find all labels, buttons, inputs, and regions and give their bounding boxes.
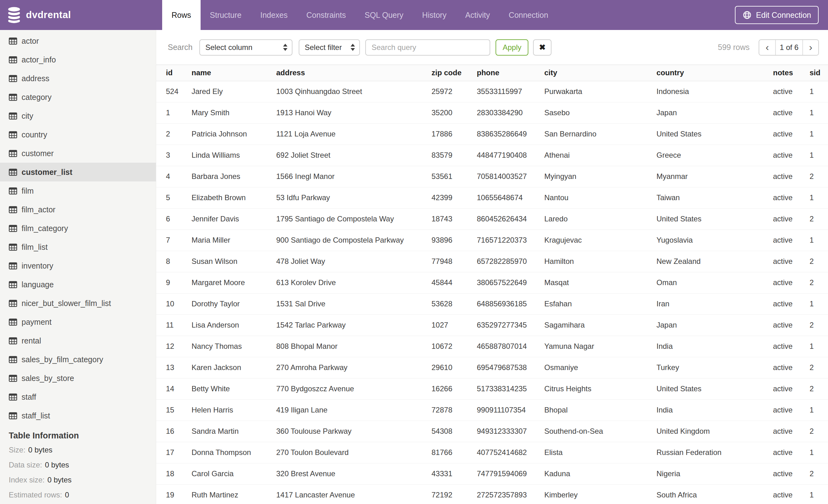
cell-phone[interactable]: 705814003527 [477,166,544,187]
table-row[interactable]: 9 Margaret Moore 613 Korolev Drive 45844… [156,272,828,293]
cell-name[interactable]: Jennifer Davis [192,208,276,230]
cell-name[interactable]: Linda Williams [192,145,276,166]
cell-zip-code[interactable]: 35200 [431,102,477,123]
cell-phone[interactable]: 949312333307 [477,421,544,442]
cell-address[interactable]: 1566 Inegl Manor [276,166,431,187]
sidebar-table-item[interactable]: film_list [0,238,156,257]
cell-name[interactable]: Lisa Anderson [192,314,276,336]
cell-notes[interactable]: active [773,442,810,463]
cell-city[interactable]: Sagamihara [544,314,657,336]
cell-name[interactable]: Margaret Moore [192,272,276,293]
sidebar-table-item[interactable]: category [0,88,156,106]
cell-notes[interactable]: active [773,251,810,272]
cell-sid[interactable]: 1 [810,145,828,166]
cell-notes[interactable]: active [773,314,810,336]
cell-notes[interactable]: active [773,421,810,442]
cell-zip-code[interactable]: 93896 [431,230,477,251]
cell-country[interactable]: Greece [657,145,773,166]
cell-country[interactable]: Myanmar [657,166,773,187]
cell-name[interactable]: Sandra Martin [192,421,276,442]
sidebar-table-item[interactable]: sales_by_store [0,369,156,387]
cell-phone[interactable]: 35533115997 [477,81,544,102]
cell-id[interactable]: 10 [156,293,192,314]
sidebar-table-item[interactable]: city [0,106,156,125]
cell-phone[interactable]: 380657522649 [477,272,544,293]
cell-name[interactable]: Susan Wilson [192,251,276,272]
cell-notes[interactable]: active [773,187,810,208]
cell-city[interactable]: Athenai [544,145,657,166]
cell-sid[interactable]: 2 [810,166,828,187]
cell-phone[interactable]: 28303384290 [477,102,544,123]
cell-sid[interactable]: 2 [810,272,828,293]
table-row[interactable]: 13 Karen Jackson 270 Amroha Parkway 2961… [156,357,828,378]
cell-zip-code[interactable]: 83579 [431,145,477,166]
table-row[interactable]: 12 Nancy Thomas 808 Bhopal Manor 10672 4… [156,336,828,357]
cell-country[interactable]: Turkey [657,357,773,378]
cell-zip-code[interactable]: 72878 [431,399,477,421]
cell-country[interactable]: Taiwan [657,187,773,208]
cell-phone[interactable]: 747791594069 [477,463,544,484]
sidebar-table-item[interactable]: customer_list [0,163,156,181]
cell-city[interactable]: Myingyan [544,166,657,187]
cell-country[interactable]: Iran [657,293,773,314]
cell-notes[interactable]: active [773,81,810,102]
cell-address[interactable]: 1542 Tarlac Parkway [276,314,431,336]
cell-phone[interactable]: 272572357893 [477,484,544,504]
cell-id[interactable]: 15 [156,399,192,421]
cell-notes[interactable]: active [773,272,810,293]
cell-phone[interactable]: 517338314235 [477,378,544,399]
cell-notes[interactable]: active [773,484,810,504]
table-row[interactable]: 6 Jennifer Davis 1795 Santiago de Compos… [156,208,828,230]
cell-address[interactable]: 478 Joliet Way [276,251,431,272]
cell-city[interactable]: Southend-on-Sea [544,421,657,442]
cell-address[interactable]: 320 Brest Avenue [276,463,431,484]
cell-id[interactable]: 16 [156,421,192,442]
cell-id[interactable]: 8 [156,251,192,272]
sidebar-table-item[interactable]: rental [0,331,156,350]
cell-country[interactable]: South Africa [657,484,773,504]
sidebar-table-item[interactable]: actor [0,32,156,50]
cell-zip-code[interactable]: 29610 [431,357,477,378]
cell-id[interactable]: 11 [156,314,192,336]
table-row[interactable]: 3 Linda Williams 692 Joliet Street 83579… [156,145,828,166]
cell-sid[interactable]: 1 [810,102,828,123]
cell-zip-code[interactable]: 53561 [431,166,477,187]
cell-notes[interactable]: active [773,357,810,378]
cell-notes[interactable]: active [773,378,810,399]
cell-notes[interactable]: active [773,208,810,230]
cell-id[interactable]: 12 [156,336,192,357]
cell-id[interactable]: 524 [156,81,192,102]
cell-zip-code[interactable]: 53628 [431,293,477,314]
cell-notes[interactable]: active [773,102,810,123]
cell-sid[interactable]: 1 [810,442,828,463]
cell-city[interactable]: Masqat [544,272,657,293]
header-tab[interactable]: Structure [201,0,251,30]
cell-city[interactable]: Hamilton [544,251,657,272]
cell-country[interactable]: United States [657,208,773,230]
cell-name[interactable]: Elizabeth Brown [192,187,276,208]
cell-city[interactable]: Kragujevac [544,230,657,251]
cell-phone[interactable]: 838635286649 [477,123,544,145]
sidebar-table-item[interactable]: actor_info [0,50,156,69]
table-row[interactable]: 16 Sandra Martin 360 Toulouse Parkway 54… [156,421,828,442]
cell-id[interactable]: 4 [156,166,192,187]
cell-address[interactable]: 900 Santiago de Compostela Parkway [276,230,431,251]
cell-address[interactable]: 419 Iligan Lane [276,399,431,421]
edit-connection-button[interactable]: Edit Connection [735,6,819,24]
sidebar-table-item[interactable]: payment [0,313,156,331]
cell-address[interactable]: 808 Bhopal Manor [276,336,431,357]
cell-address[interactable]: 1121 Loja Avenue [276,123,431,145]
cell-city[interactable]: San Bernardino [544,123,657,145]
sidebar-table-item[interactable]: film_category [0,219,156,238]
cell-zip-code[interactable]: 54308 [431,421,477,442]
cell-name[interactable]: Betty White [192,378,276,399]
cell-address[interactable]: 270 Toulon Boulevard [276,442,431,463]
cell-phone[interactable]: 635297277345 [477,314,544,336]
header-tab[interactable]: History [413,0,456,30]
column-header-sid[interactable]: sid [810,65,828,81]
cell-sid[interactable]: 1 [810,484,828,504]
table-row[interactable]: 10 Dorothy Taylor 1531 Sal Drive 53628 6… [156,293,828,314]
cell-id[interactable]: 7 [156,230,192,251]
table-row[interactable]: 18 Carol Garcia 320 Brest Avenue 43331 7… [156,463,828,484]
table-row[interactable]: 17 Donna Thompson 270 Toulon Boulevard 8… [156,442,828,463]
